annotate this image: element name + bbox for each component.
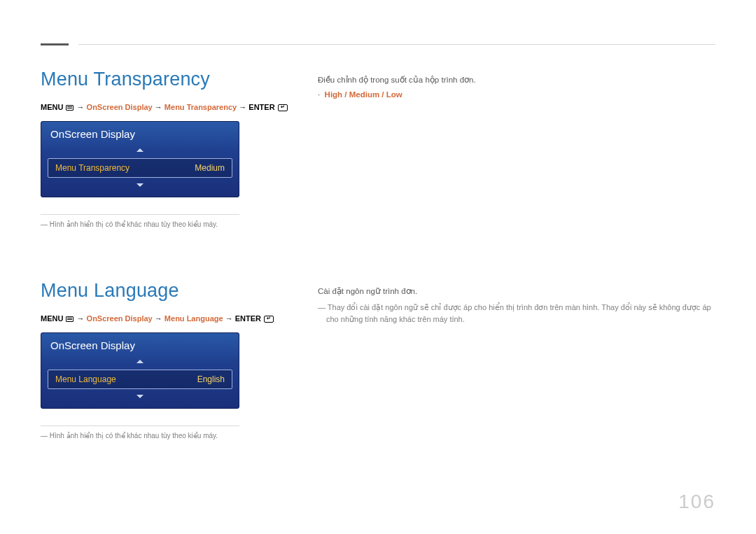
osd-panel-transparency: OnScreen Display Menu Transparency Mediu… xyxy=(41,121,239,197)
nav-segment-onscreen: OnScreen Display xyxy=(87,314,153,323)
section-language-left: Menu Language MENU → OnScreen Display → … xyxy=(41,280,300,440)
nav-segment-language: Menu Language xyxy=(164,314,223,323)
osd-row-language[interactable]: Menu Language English xyxy=(48,370,232,389)
osd-panel-language: OnScreen Display Menu Language English xyxy=(41,332,239,409)
nav-menu-label: MENU xyxy=(41,314,63,323)
bullet-dot-icon: · xyxy=(318,90,320,99)
menu-icon xyxy=(66,105,74,111)
enter-icon xyxy=(264,316,274,323)
chevron-up-icon xyxy=(136,357,144,365)
chevron-up-icon xyxy=(136,146,144,154)
nav-enter-label: ENTER xyxy=(248,103,274,111)
options-value: High / Medium / Low xyxy=(325,90,402,99)
page-number: 106 xyxy=(678,491,715,513)
note-language: Thay đổi cài đặt ngôn ngữ sẽ chỉ được áp… xyxy=(318,302,715,325)
osd-panel-title: OnScreen Display xyxy=(41,121,239,144)
arrow-icon: → xyxy=(155,314,162,323)
separator xyxy=(41,426,239,426)
arrow-icon: → xyxy=(239,103,246,111)
osd-row-label: Menu Language xyxy=(55,374,116,384)
desc-transparency: Điều chỉnh độ trong suốt của hộp trình đ… xyxy=(318,74,715,86)
footnote-language: Hình ảnh hiển thị có thể khác nhau tùy t… xyxy=(41,432,300,440)
nav-enter-label: ENTER xyxy=(235,314,261,323)
arrow-icon: → xyxy=(155,103,162,111)
osd-row-value: Medium xyxy=(195,163,225,173)
header-rule xyxy=(78,44,715,45)
osd-chevron-up-row[interactable] xyxy=(41,356,239,367)
osd-chevron-down-row[interactable] xyxy=(41,392,239,403)
nav-segment-transparency: Menu Transparency xyxy=(164,103,237,111)
section-language-right: Cài đặt ngôn ngữ trình đơn. Thay đổi cài… xyxy=(318,286,715,325)
separator xyxy=(41,214,239,215)
section-transparency-left: Menu Transparency MENU → OnScreen Displa… xyxy=(41,69,300,228)
chevron-down-icon xyxy=(136,182,144,190)
arrow-icon: → xyxy=(77,103,85,111)
arrow-icon: → xyxy=(225,314,233,323)
section-title-transparency: Menu Transparency xyxy=(41,69,300,90)
header-accent-bar xyxy=(41,43,69,45)
options-transparency: · High / Medium / Low xyxy=(318,90,715,99)
osd-row-value: English xyxy=(197,374,225,384)
footnote-transparency: Hình ảnh hiển thị có thể khác nhau tùy t… xyxy=(41,220,300,228)
chevron-down-icon xyxy=(136,393,144,402)
osd-row-transparency[interactable]: Menu Transparency Medium xyxy=(48,158,232,178)
desc-language: Cài đặt ngôn ngữ trình đơn. xyxy=(318,286,715,297)
menu-icon xyxy=(66,316,74,322)
nav-menu-label: MENU xyxy=(41,103,63,111)
nav-segment-onscreen: OnScreen Display xyxy=(87,103,153,111)
section-transparency-right: Điều chỉnh độ trong suốt của hộp trình đ… xyxy=(318,74,715,99)
nav-path-transparency: MENU → OnScreen Display → Menu Transpare… xyxy=(41,103,300,111)
nav-path-language: MENU → OnScreen Display → Menu Language … xyxy=(41,314,300,323)
osd-row-label: Menu Transparency xyxy=(55,163,130,173)
arrow-icon: → xyxy=(77,314,85,323)
osd-chevron-down-row[interactable] xyxy=(41,181,239,192)
enter-icon xyxy=(278,104,288,111)
osd-chevron-up-row[interactable] xyxy=(41,144,239,155)
osd-panel-title: OnScreen Display xyxy=(41,332,239,356)
section-title-language: Menu Language xyxy=(41,280,300,302)
